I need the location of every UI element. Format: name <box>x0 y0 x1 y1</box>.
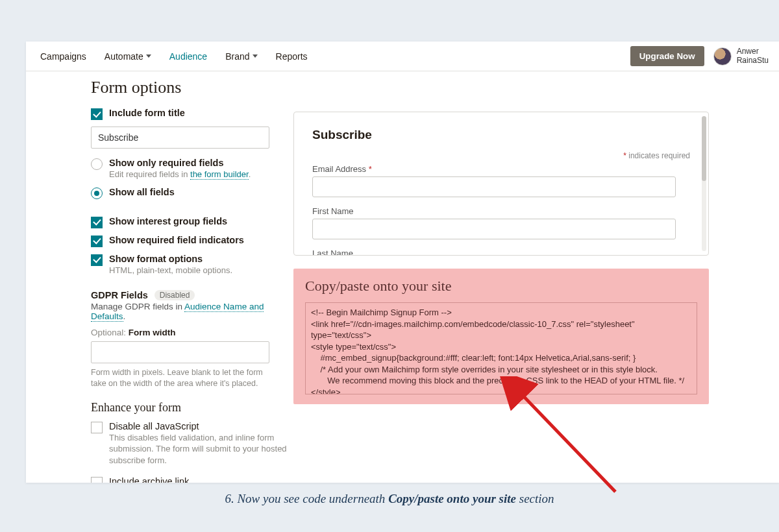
option-label: Disable all JavaScript <box>109 421 292 431</box>
field-label-email: Email Address * <box>312 164 690 174</box>
nav-label: Brand <box>225 51 249 62</box>
checkbox-disable-js[interactable] <box>91 422 103 433</box>
form-width-input[interactable] <box>91 341 269 363</box>
option-label: Show required field indicators <box>109 235 244 245</box>
form-preview: Subscribe * indicates required Email Add… <box>293 112 709 256</box>
option-sublabel: HTML, plain-text, mobile options. <box>109 265 232 276</box>
field-label-first: First Name <box>312 206 690 216</box>
first-name-field[interactable] <box>312 219 676 239</box>
copy-paste-title: Copy/paste onto your site <box>305 278 697 295</box>
option-label: Show format options <box>109 254 232 264</box>
tutorial-caption: 6. Now you see code underneath Copy/past… <box>0 492 779 506</box>
option-label: Show only required fields <box>109 158 251 168</box>
page-title: Form options <box>91 78 292 97</box>
nav-label: Automate <box>105 51 143 62</box>
option-sublabel: This disables field validation, and inli… <box>109 432 292 466</box>
avatar <box>713 47 732 66</box>
nav-audience[interactable]: Audience <box>160 42 216 71</box>
radio-show-required[interactable] <box>91 158 103 170</box>
user-name: AnwerRainaStu <box>737 47 769 66</box>
form-title-input[interactable] <box>91 127 269 149</box>
gdpr-status-badge: Disabled <box>155 290 195 300</box>
copy-paste-section: Copy/paste onto your site <box>293 269 709 404</box>
top-nav: Campaigns Automate Audience Brand Report… <box>26 42 779 71</box>
form-options-panel: Form options Include form title Show onl… <box>91 78 292 483</box>
user-menu[interactable]: AnwerRainaStu <box>713 47 769 66</box>
option-label: Show all fields <box>109 187 175 197</box>
nav-campaigns[interactable]: Campaigns <box>31 42 95 71</box>
gdpr-text: Manage GDPR fields in Audience Name and … <box>91 302 292 321</box>
radio-show-all[interactable] <box>91 187 103 199</box>
option-sublabel: Edit required fields in the form builder… <box>109 169 251 180</box>
nav-label: Audience <box>169 51 207 62</box>
option-label: Include form title <box>109 108 185 118</box>
preview-title: Subscribe <box>312 128 690 142</box>
right-column: Subscribe * indicates required Email Add… <box>293 112 709 404</box>
email-field[interactable] <box>312 176 676 197</box>
chevron-down-icon <box>253 54 258 58</box>
nav-brand[interactable]: Brand <box>216 42 266 71</box>
chevron-down-icon <box>146 54 151 58</box>
gdpr-heading: GDPR Fields <box>91 290 148 300</box>
checkbox-archive-link[interactable] <box>91 477 103 483</box>
upgrade-button[interactable]: Upgrade Now <box>630 46 704 66</box>
form-builder-link[interactable]: the form builder <box>190 169 249 180</box>
nav-automate[interactable]: Automate <box>95 42 160 71</box>
app-window: Campaigns Automate Audience Brand Report… <box>26 42 779 483</box>
checkbox-required-indicators[interactable] <box>91 236 103 247</box>
checkbox-include-title[interactable] <box>91 108 103 120</box>
form-width-note: Form width in pixels. Leave blank to let… <box>91 367 273 389</box>
field-label-last: Last Name <box>312 248 690 256</box>
optional-label: Optional: Form width <box>91 328 292 337</box>
required-note: * indicates required <box>312 151 690 160</box>
scrollbar[interactable] <box>702 116 706 251</box>
embed-code-textarea[interactable] <box>305 302 697 394</box>
checkbox-format-options[interactable] <box>91 254 103 266</box>
option-label: Show interest group fields <box>109 216 227 226</box>
checkbox-interest-groups[interactable] <box>91 217 103 228</box>
nav-reports[interactable]: Reports <box>267 42 317 71</box>
option-label: Include archive link <box>109 476 288 483</box>
gdpr-section: GDPR Fields Disabled Manage GDPR fields … <box>91 290 292 321</box>
nav-label: Campaigns <box>40 51 86 62</box>
nav-label: Reports <box>276 51 308 62</box>
enhance-heading: Enhance your form <box>91 401 292 415</box>
